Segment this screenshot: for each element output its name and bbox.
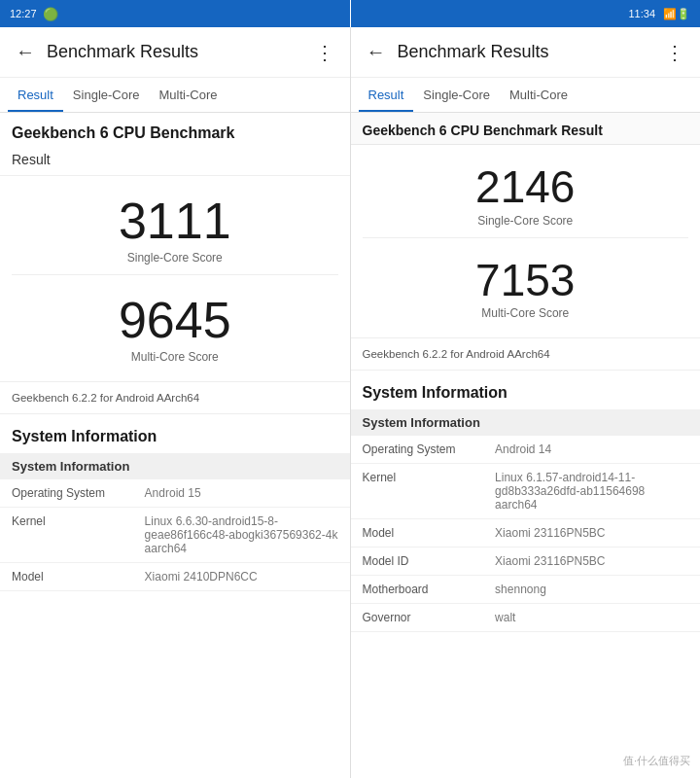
single-core-block-right: 2146 Single-Core Score: [351, 145, 701, 237]
result-title-right: Geekbench 6 CPU Benchmark Result: [363, 123, 603, 138]
single-core-score-right: 2146: [363, 162, 689, 212]
sys-info-row-kernel-right: Kernel Linux 6.1.57-android14-11-gd8b333…: [351, 464, 701, 519]
status-bar-right: 11:34 📶 🔋: [351, 0, 701, 27]
back-button-left[interactable]: ←: [8, 33, 43, 71]
app-title-right: Benchmark Results: [398, 42, 658, 62]
multi-core-score-left: 9645: [12, 293, 338, 348]
single-core-label-right: Single-Core Score: [363, 214, 689, 228]
geekbench-version-right: Geekbench 6.2.2 for Android AArch64: [351, 337, 701, 371]
single-core-label-left: Single-Core Score: [12, 251, 338, 265]
tabs-right: Result Single-Core Multi-Core: [351, 78, 701, 113]
sys-info-row-os-left: Operating System Android 15: [0, 479, 350, 508]
sys-info-row-model-id-right: Model ID Xiaomi 23116PN5BC: [351, 548, 701, 576]
panels-container: ← Benchmark Results ⋮ Result Single-Core…: [0, 27, 700, 778]
tab-multi-core-left[interactable]: Multi-Core: [150, 78, 228, 112]
panel-scroll-left[interactable]: Geekbench 6 CPU Benchmark Result 3111 Si…: [0, 113, 350, 778]
time-right: 11:34: [628, 8, 655, 19]
status-bar-left: 12:27 🟢: [0, 0, 350, 27]
sys-info-row-model-right: Model Xiaomi 23116PN5BC: [351, 519, 701, 548]
tab-result-left[interactable]: Result: [8, 78, 63, 112]
sys-info-table-right: System Information Operating System Andr…: [351, 409, 701, 632]
back-button-right[interactable]: ←: [359, 33, 394, 71]
sys-info-row-kernel-left: Kernel Linux 6.6.30-android15-8-geae86f1…: [0, 508, 350, 563]
sys-info-heading-left: System Information: [0, 414, 350, 453]
battery-icon-right: 🔋: [677, 8, 690, 20]
single-core-score-left: 3111: [12, 194, 338, 249]
sys-info-row-model-left: Model Xiaomi 2410DPN6CC: [0, 563, 350, 591]
sys-info-header-left: System Information: [0, 453, 350, 479]
tab-result-right[interactable]: Result: [359, 78, 414, 112]
sys-info-row-motherboard-right: Motherboard shennong: [351, 576, 701, 604]
tab-single-core-left[interactable]: Single-Core: [63, 78, 150, 112]
watermark: 值·什么值得买: [623, 754, 690, 768]
multi-core-block-left: 9645 Multi-Core Score: [0, 275, 350, 373]
sys-info-table-left: System Information Operating System Andr…: [0, 453, 350, 591]
single-core-block-left: 3111 Single-Core Score: [0, 176, 350, 274]
panel-scroll-right[interactable]: Geekbench 6 CPU Benchmark Result 2146 Si…: [351, 113, 701, 778]
tab-multi-core-right[interactable]: Multi-Core: [500, 78, 578, 112]
menu-button-left[interactable]: ⋮: [307, 33, 342, 72]
tabs-left: Result Single-Core Multi-Core: [0, 78, 350, 113]
multi-core-score-right: 7153: [363, 256, 689, 305]
result-label-left: Result: [0, 148, 350, 176]
sys-info-row-governor-right: Governor walt: [351, 604, 701, 632]
multi-core-label-right: Multi-Core Score: [363, 306, 689, 320]
multi-core-label-left: Multi-Core Score: [12, 350, 338, 364]
panel-left: ← Benchmark Results ⋮ Result Single-Core…: [0, 27, 350, 778]
status-bars: 12:27 🟢 11:34 📶 🔋: [0, 0, 700, 27]
app-bar-right: ← Benchmark Results ⋮: [351, 27, 701, 78]
time-left: 12:27: [10, 8, 37, 19]
multi-core-block-right: 7153 Multi-Core Score: [351, 238, 701, 331]
wifi-icon-right: 📶: [663, 8, 677, 20]
geekbench-version-left: Geekbench 6.2.2 for Android AArch64: [0, 381, 350, 414]
section-heading-left: Geekbench 6 CPU Benchmark: [0, 113, 350, 148]
notification-dot-left: 🟢: [43, 7, 58, 21]
tab-single-core-right[interactable]: Single-Core: [413, 78, 500, 112]
sys-info-heading-right: System Information: [351, 371, 701, 409]
menu-button-right[interactable]: ⋮: [657, 33, 692, 72]
result-title-row-right: Geekbench 6 CPU Benchmark Result: [351, 113, 701, 145]
app-bar-left: ← Benchmark Results ⋮: [0, 27, 350, 78]
sys-info-row-os-right: Operating System Android 14: [351, 436, 701, 464]
panel-right: ← Benchmark Results ⋮ Result Single-Core…: [350, 27, 701, 778]
sys-info-header-right: System Information: [351, 409, 701, 436]
app-title-left: Benchmark Results: [47, 42, 307, 62]
